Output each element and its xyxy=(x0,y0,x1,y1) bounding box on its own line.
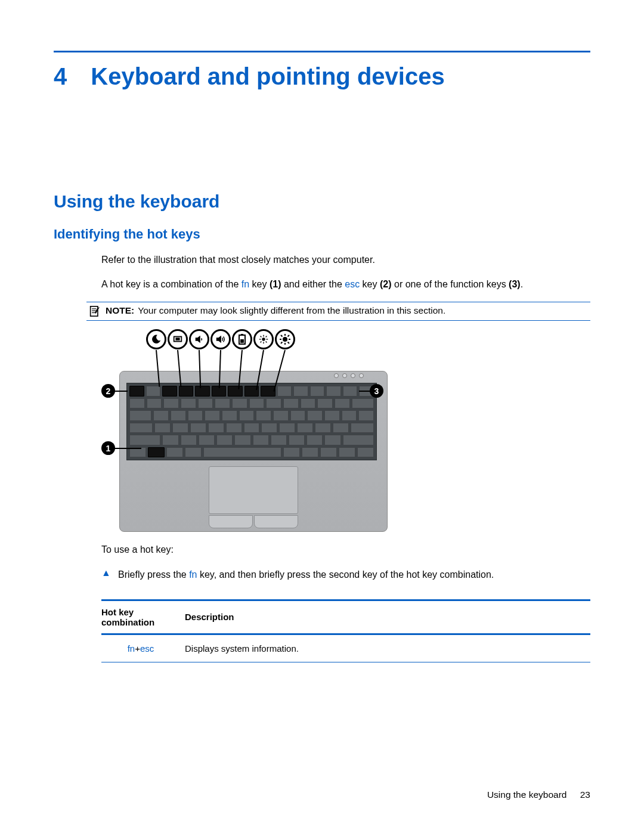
p2-end: . xyxy=(521,279,523,289)
volume-down-icon xyxy=(189,329,209,349)
svg-line-14 xyxy=(261,336,262,337)
table-header-combination: Hot key combination xyxy=(101,600,185,634)
note-block: NOTE:Your computer may look slightly dif… xyxy=(86,302,590,321)
th-l2: combination xyxy=(101,617,154,627)
svg-line-16 xyxy=(261,342,262,343)
fn-key-text: fn xyxy=(189,569,197,580)
hotkey-table: Hot key combination Description fn+esc D… xyxy=(101,599,590,662)
hotkey-icon-row xyxy=(146,329,295,349)
svg-line-24 xyxy=(288,342,290,344)
footer-section: Using the keyboard xyxy=(487,789,567,800)
chapter-number: 4 xyxy=(54,63,67,90)
note-content: NOTE:Your computer may look slightly dif… xyxy=(106,305,445,316)
leader-line xyxy=(359,391,371,392)
section-title: Using the keyboard xyxy=(54,191,590,212)
note-text: Your computer may look slightly differen… xyxy=(138,305,445,315)
esc-key-text: esc xyxy=(345,279,360,289)
esc-key-text: esc xyxy=(140,643,154,654)
svg-point-9 xyxy=(262,338,265,341)
hotkey-desc-cell: Displays system information. xyxy=(185,634,590,662)
procedure-intro: To use a hot key: xyxy=(101,543,590,556)
battery-icon xyxy=(232,329,252,349)
volume-up-icon xyxy=(210,329,231,349)
table-row: fn+esc Displays system information. xyxy=(101,634,590,662)
plus-text: + xyxy=(135,643,140,654)
leader-line xyxy=(114,448,141,449)
brightness-up-icon xyxy=(275,329,295,349)
moon-icon xyxy=(146,329,166,349)
callout-ref-1: (1) xyxy=(270,279,281,289)
callout-1: 1 xyxy=(101,441,115,455)
status-lights xyxy=(334,373,364,378)
svg-line-23 xyxy=(281,335,283,337)
p2-m1: key xyxy=(249,279,270,289)
proc-pre: Briefly press the xyxy=(118,569,189,580)
page-footer: Using the keyboard 23 xyxy=(487,789,590,800)
p2-m3: key xyxy=(360,279,380,289)
svg-line-25 xyxy=(281,342,283,344)
callout-2: 2 xyxy=(101,384,115,398)
subsection-title: Identifying the hot keys xyxy=(54,227,590,242)
svg-rect-5 xyxy=(175,338,179,341)
note-label: NOTE: xyxy=(106,305,134,315)
chapter-title: Keyboard and pointing devices xyxy=(91,63,444,90)
p2-m4: or one of the function keys xyxy=(392,279,509,289)
callout-ref-3: (3) xyxy=(509,279,521,289)
th-l1: Hot key xyxy=(101,607,134,617)
trackpad xyxy=(209,466,298,514)
table-header-description: Description xyxy=(185,600,590,634)
callout-ref-2: (2) xyxy=(380,279,392,289)
top-rule xyxy=(54,51,590,52)
p2-m2: and either the xyxy=(281,279,345,289)
note-icon xyxy=(89,306,101,317)
svg-line-15 xyxy=(266,342,267,343)
keyboard-illustration: 1 2 3 xyxy=(101,329,590,532)
proc-post: key, and then briefly press the second k… xyxy=(197,569,494,580)
brightness-down-icon xyxy=(253,329,274,349)
hotkey-combo-cell: fn+esc xyxy=(101,634,185,662)
svg-rect-7 xyxy=(241,334,243,336)
chapter-heading: 4 Keyboard and pointing devices xyxy=(54,63,590,90)
svg-point-18 xyxy=(283,337,287,342)
procedure-text: Briefly press the fn key, and then brief… xyxy=(118,568,494,581)
svg-rect-8 xyxy=(240,339,244,343)
fn-key-text: fn xyxy=(128,643,135,654)
keyboard-graphic xyxy=(126,383,377,460)
triangle-bullet-icon: ▲ xyxy=(101,568,112,578)
leader-line xyxy=(114,391,128,392)
intro-paragraph-2: A hot key is a combination of the fn key… xyxy=(101,277,590,291)
trackpad-buttons xyxy=(209,515,298,528)
intro-paragraph-1: Refer to the illustration that most clos… xyxy=(101,253,590,267)
footer-page-number: 23 xyxy=(580,789,590,800)
procedure-step: ▲ Briefly press the fn key, and then bri… xyxy=(54,568,590,581)
p2-pre: A hot key is a combination of the xyxy=(101,279,242,289)
svg-line-17 xyxy=(266,336,267,337)
svg-line-26 xyxy=(288,335,290,337)
display-toggle-icon xyxy=(168,329,188,349)
fn-key-text: fn xyxy=(242,279,249,289)
